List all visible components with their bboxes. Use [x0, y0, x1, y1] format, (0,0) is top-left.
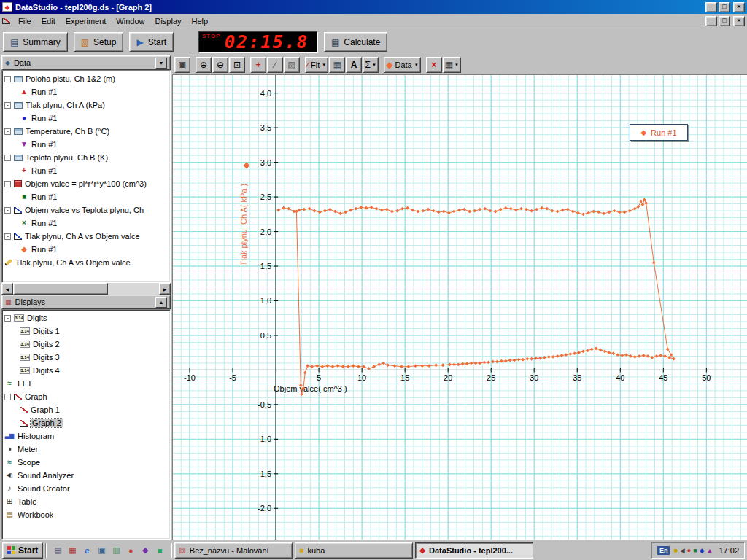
note-tool-button[interactable]: ▨: [284, 57, 300, 73]
display-item[interactable]: ▤Workbook: [2, 508, 170, 521]
expand-toggle[interactable]: -: [4, 233, 11, 240]
menu-file[interactable]: File: [13, 16, 36, 26]
display-item[interactable]: 3.14Digits 3: [2, 351, 170, 364]
browser-icon[interactable]: ●: [124, 544, 137, 557]
notes-icon[interactable]: ▦: [66, 544, 79, 557]
language-indicator[interactable]: En: [657, 546, 670, 555]
calculate-tool-button[interactable]: ▦: [329, 57, 345, 73]
internet-explorer-icon[interactable]: e: [80, 544, 93, 557]
run-item[interactable]: ◆Run #1: [2, 243, 170, 256]
data-item[interactable]: -Poloha pistu, Ch 1&2 (m): [2, 72, 170, 85]
tray-update-icon[interactable]: ▲: [707, 547, 713, 554]
delete-button[interactable]: ×: [426, 57, 442, 73]
displays-panel-menu-button[interactable]: ▲: [155, 297, 167, 308]
displays-panel-header[interactable]: ▦ Displays ▲: [1, 295, 171, 309]
display-item[interactable]: ♪Sound Creator: [2, 482, 170, 495]
media-icon[interactable]: ◆: [139, 544, 152, 557]
data-panel-header[interactable]: ◆ Data ▼: [1, 55, 171, 70]
mdi-restore-button[interactable]: □: [719, 16, 730, 26]
smart-tool-button[interactable]: +: [250, 57, 266, 73]
run-item[interactable]: ▼Run #1: [2, 138, 170, 151]
legend[interactable]: ◆ Run #1: [630, 124, 688, 141]
task-folder-kuba[interactable]: ■kuba: [295, 542, 413, 559]
expand-toggle[interactable]: -: [4, 155, 11, 161]
data-item[interactable]: Tlak plynu, Ch A vs Objem valce: [2, 256, 170, 269]
setup-button[interactable]: ▧ Setup: [74, 32, 124, 52]
data-item[interactable]: -Teplota plynu, Ch B (K): [2, 151, 170, 164]
menu-display[interactable]: Display: [150, 16, 186, 26]
display-item[interactable]: 3.14Digits 1: [2, 324, 170, 338]
expand-toggle[interactable]: -: [4, 76, 11, 82]
data-item[interactable]: -Tlak plynu, Ch A vs Objem valce: [2, 230, 170, 243]
start-button[interactable]: Start: [2, 542, 43, 559]
display-item[interactable]: ⊞Table: [2, 495, 170, 508]
zoom-out-button[interactable]: ⊖: [212, 57, 228, 73]
run-item[interactable]: ■Run #1: [2, 190, 170, 203]
data-tree-scrollbar[interactable]: ◀ ▶: [1, 283, 171, 295]
expand-toggle[interactable]: -: [4, 181, 11, 187]
data-item[interactable]: -Temperature, Ch B (°C): [2, 125, 170, 138]
run-item[interactable]: +Run #1: [2, 164, 170, 177]
display-item[interactable]: Graph 2: [2, 416, 170, 429]
scroll-left-button[interactable]: ◀: [1, 283, 13, 295]
zoom-in-button[interactable]: ⊕: [196, 57, 212, 73]
data-item[interactable]: -Objem valce = pi*r*r*y*100 (cm^3): [2, 177, 170, 190]
summary-button[interactable]: ▤ Summary: [3, 32, 68, 52]
scrollbar-thumb[interactable]: [13, 283, 108, 295]
statistics-menu-button[interactable]: Σ▼: [363, 57, 379, 73]
display-item[interactable]: ▃▆Histogram: [2, 429, 170, 443]
graph-plot-area[interactable]: -10-551015202530354045504,03,53,02,52,01…: [172, 74, 747, 540]
fit-menu-button[interactable]: ∕Fit▼: [305, 57, 328, 73]
tray-network-icon[interactable]: ◆: [700, 547, 705, 554]
display-item[interactable]: -3.14Digits: [2, 311, 170, 324]
tray-antivirus-icon[interactable]: ●: [687, 547, 691, 554]
data-panel-menu-button[interactable]: ▼: [155, 58, 167, 69]
mdi-close-button[interactable]: ×: [733, 16, 745, 26]
display-item[interactable]: 3.14Digits 4: [2, 364, 170, 377]
scroll-right-button[interactable]: ▶: [159, 283, 171, 295]
expand-toggle[interactable]: -: [4, 128, 11, 135]
run-item[interactable]: ▲Run #1: [2, 85, 170, 98]
mail-icon[interactable]: ▣: [95, 544, 108, 557]
task-paint[interactable]: ▨Bez_názvu - Malování: [174, 542, 293, 559]
data-item[interactable]: -Objem valce vs Teplota plynu, Ch: [2, 203, 170, 217]
display-item[interactable]: Graph 1: [2, 403, 170, 416]
display-item[interactable]: 3.14Digits 2: [2, 338, 170, 351]
expand-toggle[interactable]: -: [4, 207, 11, 214]
task-datastudio[interactable]: ◆DataStudio - tepl200...: [415, 542, 533, 559]
text-tool-button[interactable]: A: [346, 57, 362, 73]
run-item[interactable]: ●Run #1: [2, 112, 170, 125]
expand-toggle[interactable]: -: [4, 102, 11, 109]
menu-edit[interactable]: Edit: [36, 16, 61, 26]
zoom-select-button[interactable]: ⊡: [229, 57, 245, 73]
restore-button[interactable]: □: [719, 2, 730, 12]
tools-icon[interactable]: ■: [153, 544, 166, 557]
display-item[interactable]: -Graph: [2, 390, 170, 403]
tray-display-icon[interactable]: ■: [693, 547, 697, 554]
tray-scheduler-icon[interactable]: ■: [673, 547, 677, 554]
display-item[interactable]: ◀)Sound Analyzer: [2, 469, 170, 482]
graph-settings-button[interactable]: ▦▼: [443, 57, 461, 73]
display-item[interactable]: ≈Scope: [2, 456, 170, 469]
menu-experiment[interactable]: Experiment: [61, 16, 112, 26]
expand-toggle[interactable]: -: [4, 315, 11, 322]
display-item[interactable]: ≈FFT: [2, 377, 170, 390]
titlebar[interactable]: ◆ DataStudio - tepl200g.ds - [Graph 2] _…: [0, 0, 747, 14]
mdi-minimize-button[interactable]: _: [705, 16, 717, 26]
close-button[interactable]: ×: [733, 2, 745, 12]
run-item[interactable]: ×Run #1: [2, 217, 170, 230]
display-item[interactable]: ◑Meter: [2, 443, 170, 456]
menu-window[interactable]: Window: [111, 16, 150, 26]
data-menu-button[interactable]: ◆Data▼: [384, 57, 420, 73]
start-button-toolbar[interactable]: ▶ Start: [129, 32, 174, 52]
scale-to-fit-button[interactable]: ▣: [174, 57, 190, 73]
slope-tool-button[interactable]: ∕: [267, 57, 283, 73]
show-desktop-icon[interactable]: ▤: [51, 544, 64, 557]
documents-icon[interactable]: ▥: [109, 544, 123, 557]
calculate-button[interactable]: ▦ Calculate: [324, 32, 387, 52]
expand-toggle[interactable]: -: [4, 394, 11, 400]
minimize-button[interactable]: _: [705, 2, 717, 12]
tray-volume-icon[interactable]: ◀: [680, 547, 685, 554]
menu-help[interactable]: Help: [187, 16, 214, 26]
data-item[interactable]: -Tlak plynu, Ch A (kPa): [2, 98, 170, 112]
